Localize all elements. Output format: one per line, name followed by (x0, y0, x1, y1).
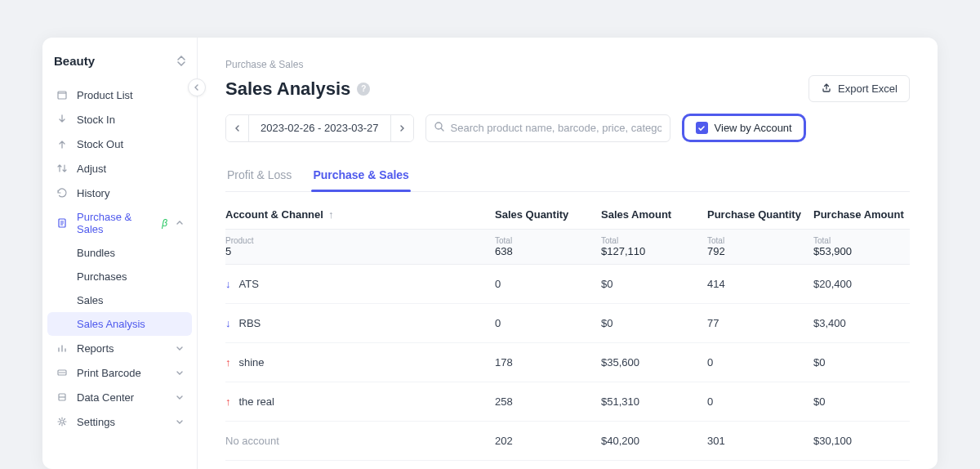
account-name: ATS (239, 278, 259, 290)
sidebar-item-label: Stock In (77, 114, 115, 126)
arrow-down-icon (56, 113, 69, 126)
collapse-sidebar-button[interactable] (188, 78, 206, 96)
sidebar-item-adjust[interactable]: Adjust (47, 156, 192, 181)
total-purch-qty: 792 (707, 245, 725, 257)
cell-purch_qty: 414 (707, 278, 813, 290)
col-purch-qty[interactable]: Purchase Quantity (707, 208, 813, 221)
arrow-up-icon: ↑ (225, 395, 231, 408)
cell-purch_qty: 0 (707, 356, 813, 368)
account-name: RBS (239, 317, 261, 329)
col-sales-amt[interactable]: Sales Amount (601, 208, 707, 221)
table-row[interactable]: No account202$40,200301$30,100 (225, 422, 910, 461)
sidebar-item-label: Purchase & Sales (77, 211, 152, 235)
export-label: Export Excel (838, 83, 898, 95)
chevron-down-icon (176, 416, 184, 428)
beta-badge: β (162, 217, 167, 229)
date-next-button[interactable] (390, 115, 413, 141)
arrow-down-icon: ↓ (225, 317, 231, 329)
sidebar-item-label: Product List (77, 89, 133, 101)
sidebar-subitem-sales-analysis[interactable]: Sales Analysis (47, 312, 192, 336)
cell-sales_amt: $40,200 (601, 435, 707, 447)
help-icon[interactable]: ? (357, 83, 370, 96)
arrow-up-icon (56, 137, 69, 150)
sort-asc-icon: ↑ (328, 208, 334, 221)
table-row[interactable]: ↓ATS0$0414$20,400 (225, 265, 910, 304)
chevron-down-icon (176, 367, 184, 379)
sidebar-item-purchase-sales[interactable]: Purchase & Sales β (47, 205, 192, 241)
sidebar-item-label: Settings (77, 416, 115, 428)
tab-purchase-sales[interactable]: Purchase & Sales (311, 162, 411, 191)
sidebar-item-data-center[interactable]: Data Center (47, 385, 192, 409)
brand-switcher[interactable] (177, 56, 185, 66)
sidebar-item-label: Stock Out (77, 138, 123, 150)
sidebar-item-print-barcode[interactable]: Print Barcode (47, 360, 192, 385)
sidebar-item-label: Adjust (77, 163, 106, 175)
arrow-down-icon: ↓ (225, 278, 231, 290)
cell-sales_qty: 202 (495, 435, 601, 447)
history-icon (56, 186, 69, 199)
main-content: Purchase & Sales Sales Analysis ? Export… (198, 38, 938, 469)
cell-purch_amt: $20,400 (813, 278, 911, 290)
cell-sales_amt: $0 (601, 317, 707, 329)
sidebar-subitem-sales[interactable]: Sales (47, 288, 192, 312)
cell-sales_amt: $51,310 (601, 395, 707, 408)
sidebar-item-stock-in[interactable]: Stock In (47, 107, 192, 132)
brand-name: Beauty (54, 54, 95, 68)
total-purch-amt: $53,900 (813, 245, 852, 257)
date-prev-button[interactable] (226, 115, 249, 141)
sidebar-item-history[interactable]: History (47, 181, 192, 205)
col-account[interactable]: Account & Channel↑ (225, 208, 495, 221)
page-title: Sales Analysis ? (225, 78, 370, 100)
cell-purch_qty: 301 (707, 435, 813, 447)
account-name: No account (225, 435, 279, 447)
arrow-up-icon: ↑ (225, 356, 231, 368)
table-row[interactable]: ↑shine178$35,6000$0 (225, 343, 910, 382)
box-icon (56, 88, 69, 101)
sidebar-item-settings[interactable]: Settings (47, 409, 192, 434)
export-icon (821, 82, 832, 96)
search-input[interactable] (425, 114, 670, 142)
table-row[interactable]: ↑the real258$51,3100$0 (225, 382, 910, 422)
table-row[interactable]: ↓RBS0$077$3,400 (225, 304, 910, 343)
cell-purch_amt: $30,100 (813, 435, 911, 447)
sidebar: Beauty Product List Stock In Stock Out A… (42, 38, 198, 469)
cell-sales_qty: 0 (495, 278, 601, 290)
cell-purch_amt: $3,400 (813, 317, 911, 329)
search-icon (434, 121, 445, 136)
svg-rect-0 (58, 92, 66, 99)
adjust-icon (56, 162, 69, 175)
view-by-account-toggle[interactable]: View by Account (682, 114, 806, 142)
col-purch-amt[interactable]: Purchase Amount (813, 208, 911, 221)
chevron-down-icon (176, 391, 184, 404)
chevron-down-icon (176, 342, 184, 355)
sidebar-item-reports[interactable]: Reports (47, 336, 192, 360)
col-sales-qty[interactable]: Sales Quantity (495, 208, 601, 221)
sidebar-item-label: Reports (77, 342, 114, 355)
account-name: shine (239, 356, 265, 368)
product-label: Product (225, 236, 495, 245)
svg-point-4 (60, 420, 64, 423)
cell-purch_amt: $0 (813, 356, 911, 368)
sidebar-subitem-bundles[interactable]: Bundles (47, 241, 192, 265)
account-name: the real (239, 395, 274, 408)
view-toggle-label: View by Account (715, 122, 792, 134)
date-range[interactable]: 2023-02-26 - 2023-03-27 (249, 115, 390, 141)
export-excel-button[interactable]: Export Excel (808, 75, 910, 102)
product-total: 5 (225, 245, 231, 257)
sidebar-item-stock-out[interactable]: Stock Out (47, 132, 192, 156)
barcode-icon (56, 366, 69, 379)
gear-icon (56, 415, 69, 428)
sidebar-subitem-purchases[interactable]: Purchases (47, 265, 192, 288)
cell-sales_qty: 0 (495, 317, 601, 329)
cell-sales_qty: 258 (495, 395, 601, 408)
totals-row: Product5 Total638 Total$127,110 Total792… (225, 229, 910, 265)
date-range-nav: 2023-02-26 - 2023-03-27 (225, 114, 414, 142)
tab-profit-loss[interactable]: Profit & Loss (225, 162, 293, 191)
cell-sales_qty: 178 (495, 356, 601, 368)
sidebar-item-product-list[interactable]: Product List (47, 83, 192, 107)
database-icon (56, 391, 69, 404)
receipt-icon (56, 217, 69, 230)
sidebar-item-label: Data Center (77, 391, 134, 404)
chart-icon (56, 342, 69, 355)
sales-table: Account & Channel↑ Sales Quantity Sales … (225, 200, 910, 461)
